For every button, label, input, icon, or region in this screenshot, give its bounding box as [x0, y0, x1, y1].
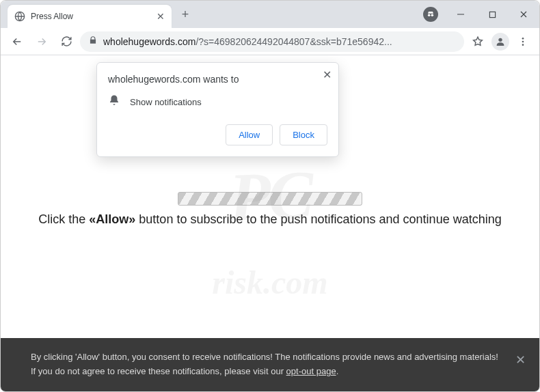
menu-button[interactable] — [512, 31, 534, 53]
incognito-icon — [423, 7, 438, 22]
browser-toolbar: wholehugewords.com/?s=469820624492044807… — [1, 28, 539, 55]
consent-text: By clicking 'Allow' button, you consent … — [31, 352, 498, 376]
permission-row: Show notifications — [108, 94, 327, 109]
tab-title: Press Allow — [31, 12, 151, 21]
new-tab-button[interactable]: + — [176, 5, 195, 24]
globe-icon — [14, 11, 25, 22]
svg-point-7 — [522, 44, 524, 46]
svg-point-1 — [428, 14, 431, 16]
loading-bar — [178, 192, 362, 206]
bookmark-star-icon[interactable] — [467, 31, 489, 53]
svg-point-4 — [498, 38, 502, 41]
lock-icon — [88, 36, 98, 47]
dialog-headline: wholehugewords.com wants to — [108, 74, 327, 85]
minimize-button[interactable] — [445, 1, 476, 28]
maximize-button[interactable] — [476, 1, 508, 28]
close-window-button[interactable] — [508, 1, 539, 28]
tab-close-icon[interactable]: ✕ — [157, 11, 165, 22]
instruction-bold: «Allow» — [89, 212, 135, 226]
address-bar[interactable]: wholehugewords.com/?s=469820624492044807… — [80, 31, 464, 52]
back-button[interactable] — [6, 31, 28, 53]
permission-dialog: ✕ wholehugewords.com wants to Show notif… — [96, 62, 339, 157]
instruction-pre: Click the — [38, 212, 89, 226]
svg-point-2 — [431, 14, 434, 16]
watermark-subtext: risk.com — [212, 263, 327, 300]
svg-rect-3 — [489, 12, 495, 17]
dialog-buttons: Allow Block — [108, 124, 327, 145]
dialog-close-icon[interactable]: ✕ — [323, 68, 332, 81]
consent-bar: ✕ By clicking 'Allow' button, you consen… — [1, 338, 539, 391]
instruction-post: button to subscribe to the push notifica… — [135, 212, 501, 226]
browser-tab[interactable]: Press Allow ✕ — [8, 5, 172, 28]
allow-button[interactable]: Allow — [226, 124, 273, 145]
permission-row-text: Show notifications — [130, 97, 202, 107]
profile-avatar[interactable] — [491, 33, 509, 51]
window-controls — [445, 1, 539, 28]
opt-out-link[interactable]: opt-out page — [286, 366, 336, 376]
bell-icon — [108, 94, 120, 109]
window-titlebar: Press Allow ✕ + — [1, 1, 539, 28]
block-button[interactable]: Block — [280, 124, 327, 145]
consent-text-end: . — [336, 366, 339, 376]
consent-close-icon[interactable]: ✕ — [515, 350, 526, 370]
reload-button[interactable] — [55, 31, 77, 53]
svg-point-6 — [522, 40, 524, 42]
url-text: wholehugewords.com/?s=469820624492044807… — [103, 36, 456, 47]
forward-button[interactable] — [31, 31, 53, 53]
svg-point-5 — [522, 38, 524, 40]
page-content: Click the «Allow» button to subscribe to… — [1, 192, 539, 227]
instruction-text: Click the «Allow» button to subscribe to… — [1, 212, 539, 227]
